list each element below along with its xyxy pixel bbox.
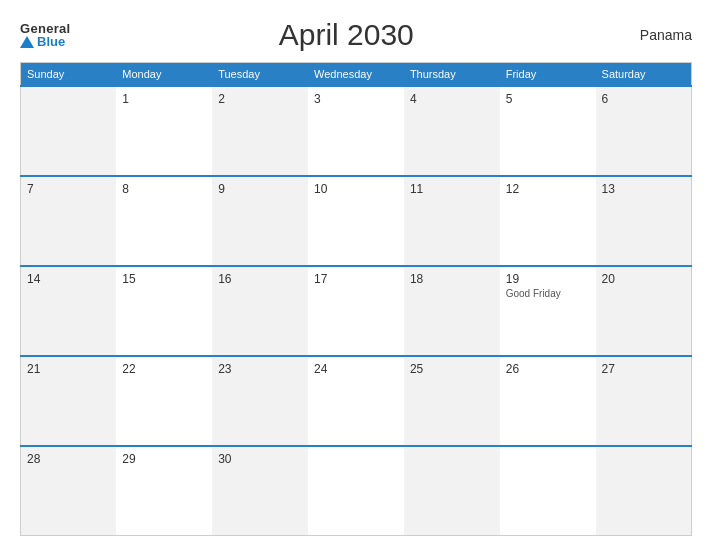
header-saturday: Saturday xyxy=(596,63,692,87)
day-number: 22 xyxy=(122,362,206,376)
day-number: 10 xyxy=(314,182,398,196)
calendar-cell: 24 xyxy=(308,356,404,446)
day-number: 14 xyxy=(27,272,110,286)
day-number: 2 xyxy=(218,92,302,106)
holiday-label: Good Friday xyxy=(506,288,590,299)
calendar-cell: 13 xyxy=(596,176,692,266)
header-wednesday: Wednesday xyxy=(308,63,404,87)
calendar-cell: 12 xyxy=(500,176,596,266)
calendar-cell: 2 xyxy=(212,86,308,176)
calendar-cell: 3 xyxy=(308,86,404,176)
calendar-cell: 30 xyxy=(212,446,308,536)
calendar-cell xyxy=(596,446,692,536)
day-number: 12 xyxy=(506,182,590,196)
header-thursday: Thursday xyxy=(404,63,500,87)
calendar-cell: 17 xyxy=(308,266,404,356)
day-number: 11 xyxy=(410,182,494,196)
calendar-week-3: 141516171819Good Friday20 xyxy=(21,266,692,356)
calendar-cell: 5 xyxy=(500,86,596,176)
calendar-cell: 28 xyxy=(21,446,117,536)
header: General Blue April 2030 Panama xyxy=(20,18,692,52)
logo-blue-row: Blue xyxy=(20,35,65,48)
calendar-cell xyxy=(500,446,596,536)
logo-blue-text: Blue xyxy=(37,35,65,48)
calendar-title: April 2030 xyxy=(71,18,622,52)
calendar-week-5: 282930 xyxy=(21,446,692,536)
calendar-cell xyxy=(308,446,404,536)
country-label: Panama xyxy=(622,27,692,43)
day-number: 5 xyxy=(506,92,590,106)
day-number: 21 xyxy=(27,362,110,376)
header-sunday: Sunday xyxy=(21,63,117,87)
day-number: 20 xyxy=(602,272,685,286)
day-number: 16 xyxy=(218,272,302,286)
calendar-body: 12345678910111213141516171819Good Friday… xyxy=(21,86,692,536)
day-number: 30 xyxy=(218,452,302,466)
calendar-cell: 25 xyxy=(404,356,500,446)
day-number: 3 xyxy=(314,92,398,106)
day-number: 4 xyxy=(410,92,494,106)
calendar-cell xyxy=(21,86,117,176)
header-tuesday: Tuesday xyxy=(212,63,308,87)
calendar-cell: 18 xyxy=(404,266,500,356)
day-number: 9 xyxy=(218,182,302,196)
day-number: 29 xyxy=(122,452,206,466)
day-number: 19 xyxy=(506,272,590,286)
calendar-cell: 4 xyxy=(404,86,500,176)
calendar-cell: 26 xyxy=(500,356,596,446)
calendar-cell: 22 xyxy=(116,356,212,446)
calendar-cell: 27 xyxy=(596,356,692,446)
day-number: 17 xyxy=(314,272,398,286)
calendar-cell: 1 xyxy=(116,86,212,176)
day-number: 27 xyxy=(602,362,685,376)
day-number: 1 xyxy=(122,92,206,106)
day-number: 7 xyxy=(27,182,110,196)
header-monday: Monday xyxy=(116,63,212,87)
logo: General Blue xyxy=(20,22,71,48)
calendar-cell: 14 xyxy=(21,266,117,356)
calendar-cell: 16 xyxy=(212,266,308,356)
days-of-week-row: Sunday Monday Tuesday Wednesday Thursday… xyxy=(21,63,692,87)
calendar-week-4: 21222324252627 xyxy=(21,356,692,446)
calendar-cell: 23 xyxy=(212,356,308,446)
day-number: 26 xyxy=(506,362,590,376)
page: General Blue April 2030 Panama Sunday Mo… xyxy=(0,0,712,550)
calendar-cell: 15 xyxy=(116,266,212,356)
day-number: 23 xyxy=(218,362,302,376)
header-friday: Friday xyxy=(500,63,596,87)
logo-triangle-icon xyxy=(20,36,34,48)
calendar-cell: 19Good Friday xyxy=(500,266,596,356)
calendar-cell: 10 xyxy=(308,176,404,266)
day-number: 13 xyxy=(602,182,685,196)
day-number: 18 xyxy=(410,272,494,286)
day-number: 24 xyxy=(314,362,398,376)
calendar-week-2: 78910111213 xyxy=(21,176,692,266)
calendar-cell: 11 xyxy=(404,176,500,266)
calendar-week-1: 123456 xyxy=(21,86,692,176)
calendar-cell xyxy=(404,446,500,536)
day-number: 28 xyxy=(27,452,110,466)
calendar-cell: 9 xyxy=(212,176,308,266)
calendar-cell: 29 xyxy=(116,446,212,536)
calendar-cell: 7 xyxy=(21,176,117,266)
day-number: 25 xyxy=(410,362,494,376)
calendar-cell: 21 xyxy=(21,356,117,446)
calendar-header: Sunday Monday Tuesday Wednesday Thursday… xyxy=(21,63,692,87)
calendar-table: Sunday Monday Tuesday Wednesday Thursday… xyxy=(20,62,692,536)
calendar-cell: 6 xyxy=(596,86,692,176)
calendar-cell: 20 xyxy=(596,266,692,356)
day-number: 15 xyxy=(122,272,206,286)
calendar-cell: 8 xyxy=(116,176,212,266)
day-number: 8 xyxy=(122,182,206,196)
day-number: 6 xyxy=(602,92,685,106)
